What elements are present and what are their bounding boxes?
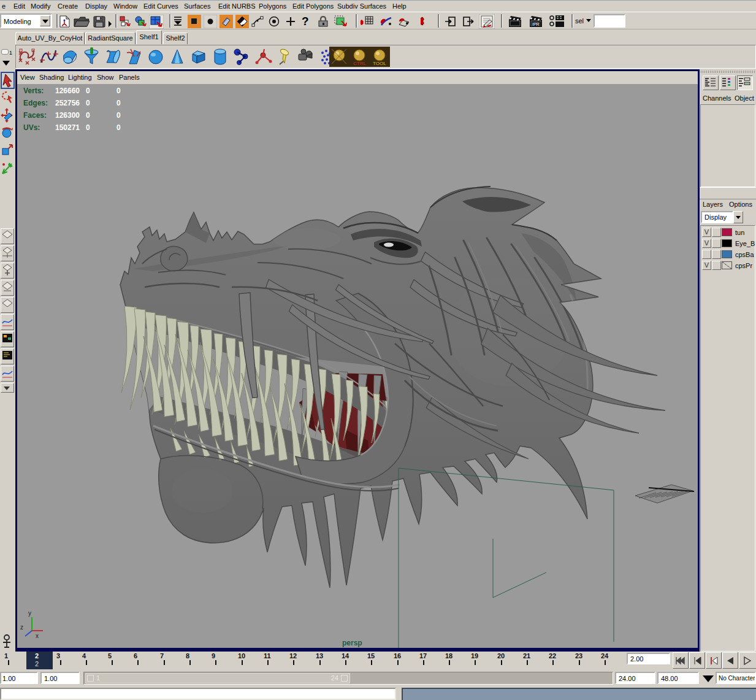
- svg-text:x: x: [36, 633, 39, 639]
- svg-text:0: 0: [86, 87, 90, 95]
- svg-text:0: 0: [86, 111, 90, 120]
- svg-text:Faces:: Faces:: [23, 111, 47, 120]
- svg-text:z: z: [20, 624, 23, 631]
- svg-text:UVs:: UVs:: [23, 123, 40, 132]
- svg-text:persp: persp: [342, 639, 362, 647]
- svg-text:126660: 126660: [55, 87, 80, 95]
- svg-text:TOOL: TOOL: [373, 61, 386, 66]
- svg-text:y: y: [28, 610, 31, 617]
- svg-text:0: 0: [116, 87, 121, 95]
- svg-text:0: 0: [86, 99, 90, 107]
- svg-text:150271: 150271: [55, 123, 80, 132]
- svg-text:Verts:: Verts:: [23, 87, 44, 95]
- svg-text:0: 0: [86, 123, 90, 132]
- svg-text:0: 0: [116, 99, 121, 107]
- svg-text:CTRL: CTRL: [353, 61, 366, 66]
- svg-text:Edges:: Edges:: [23, 99, 48, 107]
- svg-text:252756: 252756: [55, 99, 80, 107]
- svg-text:126300: 126300: [55, 111, 80, 120]
- svg-text:IPR: IPR: [532, 22, 540, 26]
- svg-text:0: 0: [116, 111, 121, 120]
- svg-text:0: 0: [116, 123, 121, 132]
